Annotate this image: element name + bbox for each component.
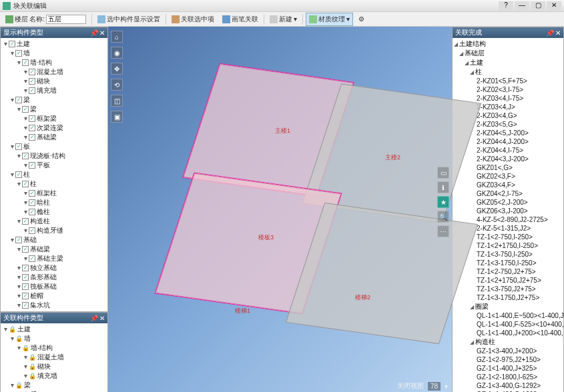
tree-item[interactable]: ▾✓构造柱 <box>2 217 106 226</box>
list-item[interactable]: GZ-1<2-1800,I-625> <box>454 373 562 381</box>
expand-icon[interactable]: ▾ <box>15 273 22 282</box>
list-header[interactable]: 圈梁 <box>454 302 562 311</box>
tree-item[interactable]: ▾🔒墙-结构 <box>2 343 106 353</box>
tree-item[interactable]: ▾✓基础梁 <box>2 133 106 142</box>
pin-icon[interactable]: 📌 <box>546 29 554 37</box>
pan-button[interactable]: ✥ <box>111 63 123 75</box>
checkbox[interactable]: ✓ <box>22 218 29 225</box>
tree-item[interactable]: ▾✓集水坑 <box>2 301 106 310</box>
tree-item[interactable]: ▾🔒土建 <box>2 325 106 334</box>
3d-viewport[interactable]: 主楼1 主楼2 楼板3 楼梯1 楼梯2 ⌂ ◉ ✥ ⟲ ◫ ▣ ▭ ℹ ★ 🔍 … <box>108 27 452 392</box>
checkbox[interactable]: ✓ <box>15 237 22 243</box>
tree-item[interactable]: ▾✓框架梁 <box>2 114 106 123</box>
orbit-button[interactable]: ◉ <box>111 47 123 59</box>
tree-item[interactable]: ▾✓墙 <box>2 49 106 58</box>
tree-item[interactable]: ▾✓暗柱 <box>2 198 106 207</box>
tree-item[interactable]: ▾✓基础梁 <box>2 245 106 254</box>
checkbox[interactable]: ✓ <box>29 190 35 197</box>
tree-item[interactable]: ▾✓平板 <box>2 161 106 170</box>
expand-icon[interactable]: ▾ <box>9 142 15 151</box>
more-button[interactable]: ⋯ <box>437 225 449 237</box>
checkbox[interactable]: ✓ <box>15 143 22 150</box>
checkbox[interactable]: ✓ <box>22 302 29 309</box>
expand-icon[interactable]: ▾ <box>22 189 29 198</box>
tree-item[interactable]: ▾✓柱 <box>2 179 106 189</box>
tree-item[interactable]: ▾✓柱 <box>2 170 106 179</box>
checkbox[interactable]: ✓ <box>22 153 29 159</box>
expand-icon[interactable]: ▾ <box>22 254 29 263</box>
list-item[interactable]: TZ-1<3-750,I-250> <box>454 250 562 259</box>
expand-icon[interactable]: ▾ <box>15 217 22 226</box>
checkbox[interactable]: ✓ <box>29 162 35 169</box>
list-item[interactable]: GZ-1<1-400,J+325> <box>454 364 562 373</box>
tree-item[interactable]: ▾✓框架柱 <box>2 189 106 198</box>
tree-item[interactable]: ▾✓砌块 <box>2 77 106 86</box>
assoc-selected-button[interactable]: 关联选中项 <box>169 13 217 25</box>
list-item[interactable]: GKZ03<4,F> <box>454 181 562 189</box>
list-item[interactable]: GZ-1<3-400,G-1292> <box>454 381 562 390</box>
checkbox[interactable]: ✓ <box>9 41 15 47</box>
draw-assoc-button[interactable]: 画笔关联 <box>220 13 261 25</box>
tree-item[interactable]: ▾✓梁 <box>2 105 106 114</box>
tree-item[interactable]: ▾✓基础主梁 <box>2 254 106 263</box>
tree-item[interactable]: ▾🔒混凝土墙 <box>2 353 106 362</box>
list-item[interactable]: QL-1<1-400,J+200><10-400,J+200> <box>454 329 562 337</box>
tree-item[interactable]: ▾✓桩帽 <box>2 291 106 301</box>
tree-item[interactable]: ▾✓现浇板·结构 <box>2 151 106 161</box>
expand-icon[interactable]: ▾ <box>22 77 29 86</box>
tree-item[interactable]: ▾✓梁 <box>2 95 106 105</box>
tree-item[interactable]: ▾✓条形基础 <box>2 273 106 282</box>
checkbox[interactable]: ✓ <box>29 255 35 262</box>
info-button[interactable]: ℹ <box>437 181 449 193</box>
expand-icon[interactable]: ▾ <box>9 95 15 105</box>
list-item[interactable]: 2-KZ04<4,J-200> <box>454 137 562 146</box>
close-icon[interactable]: ✕ <box>99 315 105 322</box>
display-types-tree[interactable]: ▾✓土建▾✓墙▾✓墙·结构▾✓混凝土墙▾✓砌块▾✓填充墙▾✓梁▾✓梁▾✓框架梁▾… <box>2 39 106 310</box>
expand-icon[interactable]: ▾ <box>15 263 22 273</box>
tree-item[interactable]: ▾✓板 <box>2 142 106 151</box>
tree-item[interactable]: ▾✓檐柱 <box>2 207 106 217</box>
checkbox[interactable]: ✓ <box>29 78 35 85</box>
list-item[interactable]: 2-KZ02<3,I-75> <box>454 85 562 94</box>
checkbox[interactable]: ✓ <box>22 59 29 66</box>
zoom-button[interactable]: 🔍 <box>437 211 449 223</box>
tree-item[interactable]: ▾✓土建 <box>2 39 106 49</box>
highlight-button[interactable]: ★ <box>437 196 449 208</box>
expand-icon[interactable]: ▾ <box>22 226 29 235</box>
list-item[interactable]: TZ-1<3-750,J2+75> <box>454 285 562 293</box>
tree-item[interactable]: ▾🔒墙 <box>2 334 106 343</box>
display-filter-button[interactable]: 选中构件显示设置 <box>95 13 163 25</box>
close-icon[interactable]: ✕ <box>555 29 561 37</box>
list-item[interactable]: TZ-1<3-1750,J2+75> <box>454 293 562 302</box>
list-item[interactable]: QL-1<1-400,E~500><1-400,J+100> <box>454 311 562 320</box>
floor-name-input[interactable] <box>46 15 86 24</box>
fit-button[interactable]: ▣ <box>111 111 123 123</box>
checkbox[interactable]: ✓ <box>29 199 35 206</box>
expand-icon[interactable]: ▾ <box>9 170 15 179</box>
list-header[interactable]: 土建 <box>454 58 562 67</box>
cube-view-button[interactable]: ◫ <box>111 95 123 107</box>
tree-item[interactable]: ▾✓墙·结构 <box>2 58 106 67</box>
list-item[interactable]: GKZ06<3,J-200> <box>454 207 562 215</box>
list-item[interactable]: GKZ04<2,I-75> <box>454 189 562 198</box>
expand-icon[interactable]: ▾ <box>2 325 9 334</box>
checkbox[interactable]: ✓ <box>29 87 35 94</box>
expand-icon[interactable]: ▾ <box>15 179 22 189</box>
tree-item[interactable]: ▾✓填充墙 <box>2 86 106 95</box>
tree-item[interactable]: ▾🔒砌块 <box>2 362 106 371</box>
expand-icon[interactable]: ▾ <box>15 301 22 310</box>
list-item[interactable]: TZ-1<2-750,J2+75> <box>454 267 562 276</box>
expand-icon[interactable]: ▾ <box>15 151 22 161</box>
new-button[interactable]: 新建 ▾ <box>267 13 300 25</box>
expand-icon[interactable]: ▾ <box>9 334 15 343</box>
checkbox[interactable]: ✓ <box>15 97 22 103</box>
expand-icon[interactable]: ▾ <box>22 362 29 371</box>
expand-icon[interactable]: ▾ <box>15 245 22 254</box>
expand-icon[interactable]: ▾ <box>15 282 22 291</box>
expand-icon[interactable]: ▾ <box>22 114 29 123</box>
checkbox[interactable]: ✓ <box>22 246 29 253</box>
checkbox[interactable]: ✓ <box>22 265 29 271</box>
pin-icon[interactable]: 📌 <box>90 315 98 322</box>
help-button[interactable]: ? <box>499 1 513 11</box>
expand-icon[interactable]: ▾ <box>22 86 29 95</box>
